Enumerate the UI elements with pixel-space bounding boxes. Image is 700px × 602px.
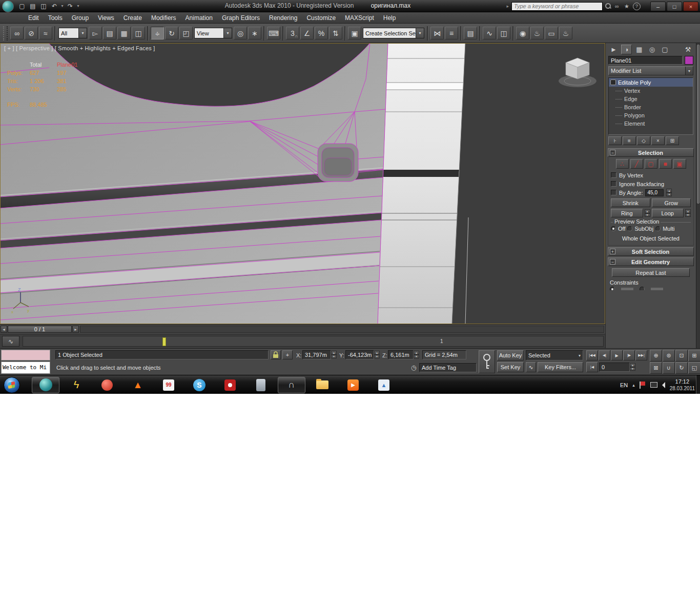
menu-maxscript[interactable]: MAXScript [340,12,379,24]
expand-icon[interactable]: + [610,249,615,254]
align-button[interactable]: ≡ [445,27,458,39]
bind-to-space-warp-button[interactable]: ≈ [39,27,52,39]
x-coordinate-field[interactable]: 31,797m [302,350,331,359]
constraint-radio[interactable] [640,287,645,290]
undo-button[interactable]: ↶ [50,2,59,10]
selection-rollout-header[interactable]: − Selection [608,148,694,157]
taskbar-skype-button[interactable]: S [186,377,213,393]
x-spinner[interactable]: ▲▼ [331,351,337,358]
taskbar-app-flame-button[interactable]: ▲ [124,377,152,393]
create-tab-icon[interactable]: ► [608,45,619,54]
rectangular-selection-region-button[interactable]: ▦ [117,27,131,39]
set-keys-button[interactable] [479,350,495,373]
edge-subobject-icon[interactable]: ╱ [630,159,643,169]
chevron-down-icon[interactable]: ▾ [416,28,424,38]
menu-create[interactable]: Create [119,12,147,24]
rendered-frame-window-button[interactable]: ▭ [545,27,558,39]
new-file-button[interactable]: ▢ [17,2,27,10]
language-indicator[interactable]: EN [620,382,628,388]
keyboard-override-toggle[interactable]: ⌨ [267,27,280,39]
constraint-radio[interactable] [610,287,615,290]
undo-dropdown-icon[interactable]: ▾ [60,4,64,8]
volume-icon[interactable] [662,382,665,388]
app-logo-icon[interactable] [2,1,14,12]
selection-status-field[interactable]: 1 Object Selected [55,350,269,359]
stack-item-editable-poly[interactable]: Editable Poly [609,78,693,87]
edit-geometry-rollout-header[interactable]: − Edit Geometry [608,257,694,266]
auto-key-button[interactable]: Auto Key [497,350,524,360]
named-selection-sets-dropdown[interactable]: Create Selection Se▾ [363,28,424,38]
go-to-end-button[interactable]: ▶▶| [635,350,647,360]
set-key-button[interactable]: Set Key [497,362,524,372]
render-setup-button[interactable]: ♨ [530,27,544,39]
menu-graph-editors[interactable]: Graph Editors [217,12,264,24]
z-coordinate-field[interactable]: 6,161m [388,350,414,359]
curve-editor-button[interactable]: ∿ [483,27,496,39]
select-object-button[interactable]: ▻ [89,27,102,39]
chevron-down-icon[interactable]: ▾ [685,67,693,75]
y-coordinate-field[interactable]: -64,123m [345,350,374,359]
stack-lightbulb-icon[interactable] [610,79,616,85]
viewport-canvas[interactable]: Z x y [0,43,605,324]
use-pivot-center-button[interactable]: ◎ [234,27,247,39]
taskbar-app-media-red-button[interactable] [216,377,244,393]
y-spinner[interactable]: ▲▼ [374,351,380,358]
taskbar-app-notes-button[interactable]: 99 [155,377,182,393]
layer-manager-button[interactable]: ▤ [464,27,477,39]
angle-value-field[interactable]: 45,0 [645,189,664,196]
configure-modifier-sets-button[interactable]: ⊞ [666,136,679,145]
time-slider-track[interactable] [80,326,604,333]
action-center-flag-icon[interactable] [640,382,646,389]
current-frame-field[interactable]: 0 [599,363,630,372]
ignore-backfacing-checkbox[interactable] [611,181,616,187]
taskbar-app-magnet-button[interactable]: ∩ [278,377,305,393]
make-unique-button[interactable]: ◇ [637,136,650,145]
by-vertex-checkbox[interactable] [611,172,616,178]
remove-modifier-button[interactable]: × [651,136,665,145]
previous-key-button[interactable]: |◀ [586,362,598,372]
ring-spinner[interactable]: ▲▼ [645,209,650,217]
pin-stack-button[interactable]: ⊦ [608,136,622,145]
spinner-snap-toggle[interactable]: ⇅ [329,27,342,39]
open-file-button[interactable]: ▤ [28,2,37,10]
orbit-button[interactable]: ↻ [675,362,688,374]
window-crossing-toggle[interactable]: ◫ [132,27,145,39]
utilities-tab-icon[interactable]: ⚒ [683,45,693,54]
menu-group[interactable]: Group [67,12,93,24]
start-button[interactable] [4,377,20,393]
search-icon[interactable] [605,2,611,11]
select-and-scale-button[interactable]: ◰ [179,27,193,39]
toolbar-grip[interactable] [3,26,8,41]
chevron-down-icon[interactable]: ▾ [579,353,581,358]
unlink-selection-button[interactable]: ⊘ [25,27,38,39]
menu-help[interactable]: Help [379,12,401,24]
material-editor-button[interactable]: ◉ [516,27,529,39]
show-end-result-button[interactable]: ≡ [623,136,636,145]
go-to-start-button[interactable]: |◀◀ [586,350,598,360]
save-file-button[interactable]: ◫ [39,2,48,10]
viewport-label[interactable]: [ + ] [ Perspective ] [ Smooth + Highlig… [4,45,155,51]
edit-named-selection-sets-button[interactable]: ▣ [348,27,361,39]
chevron-down-icon[interactable]: ▾ [78,28,87,38]
zoom-extents-button[interactable]: ⊡ [675,350,688,362]
macro-recorder-pane[interactable] [1,350,50,360]
add-time-tag-field[interactable]: Add Time Tag [419,363,477,372]
absolute-offset-toggle[interactable]: + [282,350,293,359]
angle-spinner[interactable]: ▲▼ [666,189,672,196]
menu-tools[interactable]: Tools [44,12,67,24]
ring-button[interactable]: Ring [611,209,643,217]
grow-button[interactable]: Grow [652,198,691,207]
z-spinner[interactable]: ▲▼ [414,351,419,358]
key-mode-dropdown[interactable]: Selected▾ [526,350,583,360]
quick-render-button[interactable]: ♨ [559,27,572,39]
taskbar-media-player-button[interactable]: ▶ [339,377,367,393]
repeat-last-button[interactable]: Repeat Last [612,268,690,277]
taskbar-explorer-button[interactable] [308,377,336,393]
modifier-list-dropdown[interactable]: Modifier List ▾ [608,66,693,75]
clock[interactable]: 17:12 28.03.2011 [670,378,695,392]
frame-spinner[interactable]: ▲▼ [630,363,635,371]
stack-item-element[interactable]: Element [609,119,693,128]
reference-coordinate-dropdown[interactable]: View▾ [194,28,232,38]
mini-curve-editor-button[interactable]: ∿ [2,336,19,347]
track-bar-ruler[interactable]: 1 [23,336,604,347]
